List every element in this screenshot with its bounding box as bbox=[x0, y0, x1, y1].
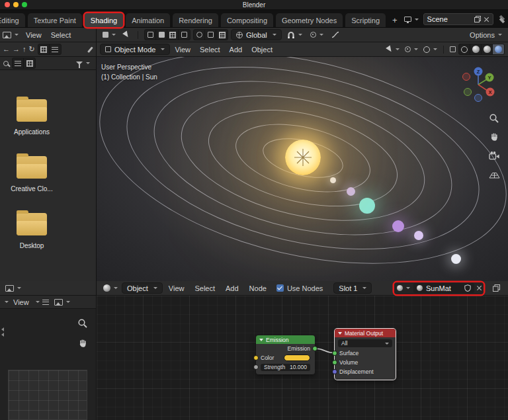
folder-item[interactable]: Desktop bbox=[0, 213, 65, 249]
emission-output-socket[interactable] bbox=[312, 346, 318, 351]
use-nodes-toggle[interactable]: Use Nodes bbox=[276, 284, 323, 292]
checkbox-checked-icon[interactable] bbox=[276, 284, 284, 292]
axis-y-negative[interactable] bbox=[464, 89, 472, 96]
select-box-tool-button[interactable] bbox=[121, 29, 132, 41]
material-name-field[interactable]: SunMat bbox=[413, 283, 474, 293]
collapse-icon[interactable] bbox=[5, 301, 9, 303]
shading-material-button[interactable] bbox=[482, 44, 493, 54]
surface-input-socket[interactable] bbox=[332, 351, 337, 356]
axis-x-negative[interactable] bbox=[463, 73, 470, 81]
displacement-input-socket[interactable] bbox=[332, 369, 337, 374]
overlays-dropdown[interactable] bbox=[421, 44, 440, 56]
options-dropdown[interactable]: Options bbox=[467, 29, 505, 41]
browse-material-button[interactable] bbox=[396, 282, 411, 294]
color-input-socket[interactable] bbox=[253, 355, 259, 360]
pivot-option-2[interactable] bbox=[156, 30, 167, 40]
pan-tool-icon[interactable] bbox=[488, 131, 500, 143]
close-window-button[interactable] bbox=[5, 2, 10, 7]
gizmos-dropdown[interactable] bbox=[402, 44, 421, 56]
size-small-button[interactable] bbox=[13, 58, 24, 68]
proportional-editing-button[interactable] bbox=[308, 29, 326, 41]
unlink-material-icon[interactable] bbox=[476, 285, 482, 291]
add-workspace-button[interactable]: + bbox=[388, 13, 402, 27]
zoom-window-button[interactable] bbox=[22, 2, 27, 7]
material-output-header[interactable]: Material Output bbox=[335, 329, 396, 337]
viewport-view-menu[interactable]: View bbox=[170, 46, 195, 54]
tab-texture-paint[interactable]: Texture Paint bbox=[28, 13, 82, 27]
emission-node[interactable]: Emission Emission Color Strength 10.000 bbox=[256, 335, 315, 374]
new-material-button[interactable] bbox=[490, 282, 503, 294]
viewport-3d[interactable]: User Perspective (1) Collection | Sun Z … bbox=[97, 57, 508, 281]
shading-rendered-button[interactable] bbox=[493, 44, 504, 54]
size-large-button[interactable] bbox=[24, 58, 35, 68]
new-scene-icon[interactable] bbox=[474, 16, 481, 22]
tab-rendering[interactable]: Rendering bbox=[173, 13, 218, 27]
mode-dropdown[interactable]: Object Mode bbox=[100, 44, 170, 55]
material-output-node[interactable]: Material Output All Surface Volume Displ… bbox=[335, 329, 396, 380]
pan-tool-icon[interactable] bbox=[77, 338, 88, 350]
viewport-add-menu[interactable]: Add bbox=[225, 46, 247, 54]
scene-browse-button[interactable] bbox=[402, 13, 421, 25]
viewport-select-menu[interactable]: Select bbox=[195, 46, 225, 54]
file-browser-view-menu[interactable]: View bbox=[21, 31, 46, 39]
shader-type-dropdown[interactable]: Object bbox=[122, 282, 163, 294]
filter-dropdown[interactable] bbox=[73, 58, 93, 69]
toggle-option-2[interactable] bbox=[205, 30, 216, 40]
shading-wireframe-button[interactable] bbox=[459, 44, 470, 54]
emission-color-swatch[interactable] bbox=[284, 355, 310, 361]
minimize-window-button[interactable] bbox=[13, 2, 19, 7]
pivot-option-1[interactable] bbox=[145, 30, 156, 40]
shader-select-menu[interactable]: Select bbox=[190, 284, 220, 292]
tab-compositing[interactable]: Compositing bbox=[221, 13, 273, 27]
zoom-tool-icon[interactable] bbox=[77, 318, 88, 330]
search-icon[interactable] bbox=[3, 61, 9, 66]
toggle-grid-icon[interactable] bbox=[488, 168, 500, 180]
back-icon[interactable] bbox=[3, 46, 10, 53]
collapse-triangle-icon[interactable] bbox=[259, 339, 263, 341]
xray-toggle-button[interactable] bbox=[447, 44, 458, 56]
expand-panel-control[interactable] bbox=[1, 327, 4, 337]
menu-icon[interactable] bbox=[42, 300, 49, 305]
folder-item[interactable]: Applications bbox=[0, 99, 65, 136]
shader-node-menu[interactable]: Node bbox=[245, 284, 271, 292]
transform-orientation-dropdown[interactable]: Global bbox=[231, 29, 282, 40]
pivot-option-3[interactable] bbox=[167, 30, 179, 40]
view-layer-button[interactable] bbox=[495, 13, 508, 25]
output-target-dropdown[interactable]: All bbox=[338, 339, 392, 347]
toggle-option-3[interactable] bbox=[216, 30, 228, 40]
selectability-dropdown[interactable] bbox=[384, 44, 402, 56]
fake-user-shield-icon[interactable] bbox=[464, 284, 471, 292]
viewport-object-menu[interactable]: Object bbox=[247, 46, 277, 54]
unlink-scene-icon[interactable] bbox=[484, 17, 489, 22]
shader-node-editor[interactable]: Emission Emission Color Strength 10.000 bbox=[97, 296, 508, 420]
axis-z-negative[interactable] bbox=[475, 95, 482, 102]
planet-object[interactable] bbox=[414, 231, 423, 240]
tab-editing[interactable]: Editing bbox=[0, 13, 25, 27]
display-mode-thumbnails[interactable] bbox=[38, 44, 50, 54]
refresh-icon[interactable] bbox=[29, 46, 35, 53]
shading-solid-button[interactable] bbox=[470, 44, 482, 54]
volume-input-socket[interactable] bbox=[332, 360, 337, 365]
planet-object[interactable] bbox=[359, 198, 375, 214]
strength-value-field[interactable]: Strength 10.000 bbox=[261, 364, 310, 371]
file-browser-body[interactable]: ApplicationsCreative Clo...Desktop bbox=[0, 70, 97, 281]
image-editor-canvas[interactable] bbox=[0, 309, 97, 420]
display-mode-list[interactable] bbox=[50, 44, 61, 54]
material-slot-dropdown[interactable]: Slot 1 bbox=[333, 282, 372, 294]
image-editor-view-menu[interactable]: View bbox=[11, 298, 31, 306]
collapse-triangle-icon[interactable] bbox=[338, 332, 342, 335]
tab-animation[interactable]: Animation bbox=[126, 13, 170, 27]
camera-view-icon[interactable] bbox=[488, 149, 500, 161]
tab-scripting[interactable]: Scripting bbox=[345, 13, 386, 27]
shader-view-menu[interactable]: View bbox=[164, 284, 189, 292]
edit-path-button[interactable] bbox=[87, 44, 94, 56]
sun-object[interactable] bbox=[285, 140, 321, 175]
tab-shading[interactable]: Shading bbox=[85, 13, 123, 27]
zoom-tool-icon[interactable] bbox=[488, 112, 500, 124]
pivot-option-4[interactable] bbox=[179, 30, 190, 40]
shader-add-menu[interactable]: Add bbox=[221, 284, 243, 292]
tab-geometry-nodes[interactable]: Geometry Nodes bbox=[276, 13, 343, 27]
scene-selector[interactable]: Scene bbox=[423, 13, 493, 25]
navigation-gizmo[interactable]: Z Y X bbox=[459, 65, 497, 103]
planet-object[interactable] bbox=[392, 220, 404, 232]
